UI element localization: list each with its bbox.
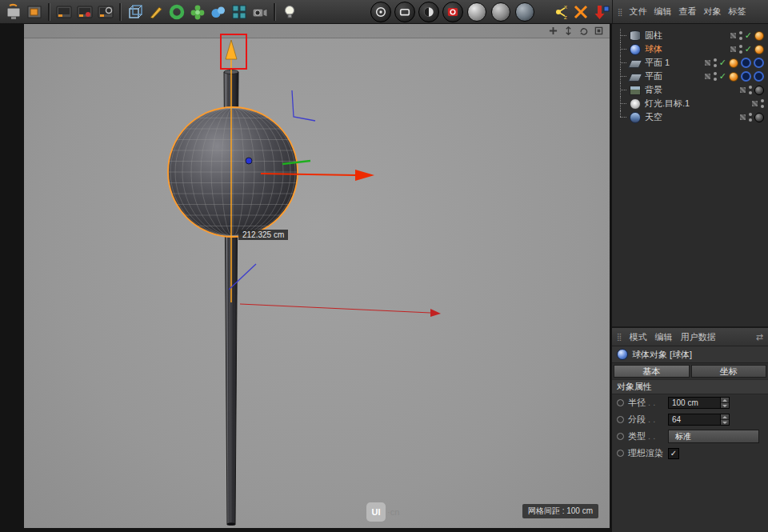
attribute-manager-menubar: ⣿ 模式编辑用户数据 ⇄	[612, 328, 768, 346]
render-settings-icon[interactable]	[95, 2, 116, 22]
plane-icon	[628, 60, 642, 68]
layer-chip[interactable]	[704, 73, 711, 80]
layer-chip[interactable]	[704, 59, 711, 66]
gizmo-center-handle[interactable]	[246, 158, 252, 164]
object-item-1[interactable]: 球体✓	[617, 42, 766, 56]
number-input[interactable]: 100 cm	[668, 397, 730, 409]
tree-connector	[617, 29, 630, 42]
layer-chip[interactable]	[751, 100, 758, 107]
scene-3d[interactable]	[24, 24, 610, 528]
shading-sphere-2-icon[interactable]	[491, 2, 510, 22]
snap-xyz-icon[interactable]: XZ	[550, 2, 570, 22]
camera-icon[interactable]	[250, 2, 270, 22]
am-menu-1[interactable]: 编辑	[655, 331, 673, 343]
maximize-icon[interactable]	[594, 26, 603, 36]
zoom-icon[interactable]	[563, 26, 573, 36]
number-value[interactable]: 64	[668, 414, 720, 426]
visibility-dots[interactable]	[714, 72, 717, 81]
enabled-check-icon[interactable]: ✓	[745, 31, 752, 40]
tab-0[interactable]: 基本	[614, 365, 690, 378]
anim-dot-icon[interactable]	[617, 433, 624, 440]
phong-tag-icon[interactable]	[729, 72, 738, 82]
target-mode-icon[interactable]	[370, 2, 391, 22]
anim-dot-icon[interactable]	[617, 399, 624, 406]
om-menu-3[interactable]: 对象	[704, 6, 722, 18]
comp-tag-icon[interactable]	[741, 71, 751, 82]
phong-tag-icon[interactable]	[754, 31, 764, 41]
object-manager-menubar: ⣿ 文件编辑查看对象标签	[612, 0, 768, 23]
sky-icon	[630, 112, 641, 123]
object-label: 天空	[645, 111, 662, 123]
number-input[interactable]: 64	[668, 414, 730, 426]
border-mode-icon[interactable]	[394, 2, 415, 22]
array-icon[interactable]	[229, 2, 250, 22]
pen-spline-icon[interactable]	[146, 2, 166, 22]
object-item-2[interactable]: 平面 1✓	[617, 56, 766, 70]
plane-icon	[628, 74, 642, 82]
window-cube-icon[interactable]	[24, 2, 45, 22]
comp-tag-icon[interactable]	[754, 58, 764, 68]
rotate-icon[interactable]	[578, 26, 588, 36]
sphere-object[interactable]	[168, 107, 298, 237]
object-label: 平面 1	[645, 57, 670, 69]
history-arrows-icon[interactable]: ⇄	[756, 332, 763, 342]
record-render-icon[interactable]	[442, 2, 463, 22]
visibility-dots[interactable]	[749, 113, 752, 122]
om-menu-0[interactable]: 文件	[630, 6, 647, 18]
layer-chip[interactable]	[739, 114, 746, 121]
enabled-check-icon[interactable]: ✓	[745, 45, 752, 54]
undo-icon[interactable]	[3, 2, 24, 22]
generators-icon[interactable]	[187, 2, 208, 22]
anim-dot-icon[interactable]	[617, 450, 624, 457]
render-to-picture-viewer-icon[interactable]	[74, 2, 95, 22]
layer-chip[interactable]	[730, 46, 737, 53]
dropdown[interactable]: 标准	[668, 430, 759, 443]
checkbox[interactable]: ✓	[668, 448, 679, 459]
tex-tag-icon[interactable]	[754, 86, 764, 95]
object-item-4[interactable]: 背景	[617, 83, 766, 97]
enabled-check-icon[interactable]: ✓	[719, 58, 726, 67]
visibility-dots[interactable]	[761, 99, 764, 108]
spinner[interactable]	[720, 397, 730, 409]
tex-tag-icon[interactable]	[754, 113, 764, 122]
am-menu-0[interactable]: 模式	[630, 331, 647, 343]
am-menu-2[interactable]: 用户数据	[681, 331, 716, 343]
subdivision-surface-icon[interactable]	[166, 2, 187, 22]
render-view-icon[interactable]	[54, 2, 74, 22]
comp-tag-icon[interactable]	[741, 58, 751, 68]
axis-lock-icon[interactable]	[570, 2, 591, 22]
metaball-icon[interactable]	[208, 2, 229, 22]
shading-sphere-3-icon[interactable]	[515, 2, 534, 22]
enabled-check-icon[interactable]: ✓	[719, 72, 726, 81]
light-icon[interactable]	[279, 2, 300, 22]
axis-move-icon[interactable]	[591, 2, 612, 22]
contrast-mode-icon[interactable]	[418, 2, 439, 22]
spinner[interactable]	[720, 414, 730, 426]
object-item-0[interactable]: 圆柱✓	[617, 29, 766, 42]
object-manager-empty-area[interactable]	[612, 124, 768, 326]
layer-chip[interactable]	[730, 32, 737, 39]
layer-chip[interactable]	[739, 86, 746, 94]
gizmo-x-arrowhead[interactable]	[355, 170, 374, 181]
object-item-3[interactable]: 平面✓	[617, 70, 766, 83]
om-menu-2[interactable]: 查看	[679, 6, 697, 18]
anim-dot-icon[interactable]	[617, 416, 624, 423]
visibility-dots[interactable]	[739, 45, 742, 54]
object-item-6[interactable]: 天空	[617, 110, 766, 124]
cube-primitive-icon[interactable]	[125, 2, 146, 22]
prop-label: 半径	[628, 397, 668, 409]
om-menu-4[interactable]: 标签	[729, 6, 746, 18]
comp-tag-icon[interactable]	[754, 71, 764, 82]
object-item-5[interactable]: 灯光.目标.1	[617, 97, 766, 110]
viewport-3d[interactable]: 212.325 cm UI ·cn 网格间距 : 100 cm	[24, 24, 610, 528]
phong-tag-icon[interactable]	[754, 45, 764, 54]
pan-icon[interactable]	[548, 26, 558, 36]
shading-sphere-1-icon[interactable]	[467, 2, 486, 22]
phong-tag-icon[interactable]	[729, 58, 738, 68]
number-value[interactable]: 100 cm	[668, 397, 720, 409]
visibility-dots[interactable]	[749, 86, 752, 94]
visibility-dots[interactable]	[714, 58, 717, 67]
om-menu-1[interactable]: 编辑	[654, 6, 672, 18]
tab-1[interactable]: 坐标	[691, 365, 767, 378]
visibility-dots[interactable]	[739, 31, 742, 40]
